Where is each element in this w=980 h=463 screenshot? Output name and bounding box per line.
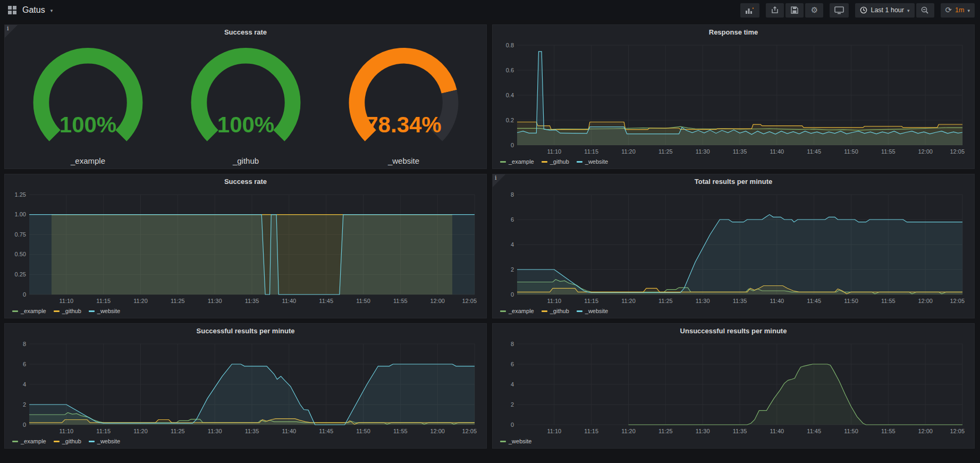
unsuccessful-results-chart[interactable]: 0246811:1011:1511:2011:2511:3011:3511:40… <box>496 339 970 436</box>
top-navbar: Gatus ▾ <box>0 0 980 20</box>
legend-label: _website <box>97 438 120 444</box>
svg-text:4: 4 <box>23 381 26 388</box>
panel-successful-results: Successful results per minute 0246811:10… <box>4 323 487 449</box>
chart-legend: _example_github_website <box>5 306 486 318</box>
svg-text:1.25: 1.25 <box>15 191 26 198</box>
legend-item-website[interactable]: _website <box>577 158 608 165</box>
svg-text:11:35: 11:35 <box>733 298 747 304</box>
success-rate-chart[interactable]: 00.250.500.751.001.2511:1011:1511:2011:2… <box>8 189 482 306</box>
panel-title[interactable]: Response time <box>493 25 974 39</box>
svg-text:12:00: 12:00 <box>918 298 933 304</box>
legend-item-website[interactable]: _website <box>89 438 120 444</box>
dashboard-title[interactable]: Gatus <box>22 5 45 15</box>
legend-item-github[interactable]: _github <box>542 308 569 314</box>
dashboard-dropdown-caret-icon[interactable]: ▾ <box>50 7 53 13</box>
legend-item-github[interactable]: _github <box>54 308 81 314</box>
legend-swatch <box>500 441 506 442</box>
panel-title[interactable]: Success rate <box>5 174 486 188</box>
svg-text:11:25: 11:25 <box>171 428 185 434</box>
svg-text:2: 2 <box>23 401 26 408</box>
dashboard-settings-button[interactable]: ⚙ <box>805 3 823 18</box>
panel-info-corner[interactable]: i <box>493 174 505 187</box>
svg-text:11:35: 11:35 <box>733 428 747 434</box>
gear-icon: ⚙ <box>811 6 818 14</box>
cycle-view-mode-button[interactable] <box>830 3 849 18</box>
svg-text:11:25: 11:25 <box>658 148 673 155</box>
legend-item-github[interactable]: _github <box>54 438 81 444</box>
legend-label: _github <box>550 158 569 165</box>
add-panel-button[interactable] <box>740 3 759 18</box>
gauge-value: 100% <box>9 112 167 138</box>
svg-text:6: 6 <box>511 216 514 223</box>
svg-text:11:20: 11:20 <box>621 428 636 434</box>
svg-text:8: 8 <box>23 341 26 347</box>
svg-text:0.75: 0.75 <box>15 231 26 238</box>
panel-title[interactable]: Total results per minute <box>493 174 974 188</box>
legend-swatch <box>12 441 18 442</box>
svg-text:4: 4 <box>511 381 514 388</box>
panel-title[interactable]: Success rate <box>5 25 486 39</box>
svg-text:11:40: 11:40 <box>770 298 784 304</box>
svg-text:11:40: 11:40 <box>282 428 296 434</box>
svg-text:11:45: 11:45 <box>807 148 821 155</box>
svg-text:11:15: 11:15 <box>584 148 598 155</box>
svg-text:0.50: 0.50 <box>15 251 26 257</box>
svg-text:11:30: 11:30 <box>696 148 710 155</box>
svg-text:0.2: 0.2 <box>506 117 514 123</box>
svg-text:11:25: 11:25 <box>658 428 673 434</box>
successful-results-chart[interactable]: 0246811:1011:1511:2011:2511:3011:3511:40… <box>8 339 482 436</box>
svg-text:12:05: 12:05 <box>462 298 477 304</box>
time-range-picker[interactable]: Last 1 hour ▾ <box>855 3 914 18</box>
svg-text:11:20: 11:20 <box>133 298 148 304</box>
svg-text:11:10: 11:10 <box>547 428 561 434</box>
svg-text:11:50: 11:50 <box>844 428 858 434</box>
svg-text:11:40: 11:40 <box>770 148 784 155</box>
svg-text:11:50: 11:50 <box>356 298 370 304</box>
legend-item-website[interactable]: _website <box>500 438 531 444</box>
legend-label: _example <box>509 158 534 165</box>
legend-swatch <box>577 161 582 163</box>
svg-text:2: 2 <box>511 401 514 408</box>
svg-text:0: 0 <box>23 291 26 298</box>
panel-total-results: i Total results per minute 0246811:1011:… <box>492 174 975 318</box>
legend-label: _example <box>21 308 46 314</box>
legend-item-website[interactable]: _website <box>89 308 120 314</box>
svg-text:11:20: 11:20 <box>621 148 636 155</box>
panel-info-corner[interactable]: i <box>5 25 18 38</box>
legend-item-example[interactable]: _example <box>12 438 46 444</box>
panel-title[interactable]: Successful results per minute <box>5 324 486 338</box>
total-results-chart[interactable]: 0246811:1011:1511:2011:2511:3011:3511:40… <box>496 189 970 306</box>
svg-text:11:30: 11:30 <box>696 428 710 434</box>
refresh-caret-icon: ▾ <box>967 7 970 13</box>
panel-success-rate-gauges: i Success rate 100% _example 100% _githu… <box>4 24 487 169</box>
svg-text:1.00: 1.00 <box>15 211 26 217</box>
legend-swatch <box>12 310 18 312</box>
svg-text:11:25: 11:25 <box>171 298 185 304</box>
legend-item-github[interactable]: _github <box>542 158 569 165</box>
svg-text:11:55: 11:55 <box>393 298 408 304</box>
refresh-button[interactable]: ⟳ 1m ▾ <box>941 3 975 18</box>
legend-item-example[interactable]: _example <box>500 308 534 314</box>
legend-item-example[interactable]: _example <box>12 308 46 314</box>
legend-item-website[interactable]: _website <box>577 308 608 314</box>
dashboard-grid: i Success rate 100% _example 100% _githu… <box>0 20 980 449</box>
legend-label: _example <box>21 438 46 444</box>
legend-swatch <box>54 310 60 312</box>
zoom-out-time-button[interactable] <box>916 3 934 18</box>
panel-title[interactable]: Unsuccessful results per minute <box>493 324 974 338</box>
legend-item-example[interactable]: _example <box>500 158 534 165</box>
svg-text:11:50: 11:50 <box>356 428 370 434</box>
svg-text:11:55: 11:55 <box>881 148 895 155</box>
response-time-chart[interactable]: 00.20.40.60.811:1011:1511:2011:2511:3011… <box>496 40 970 157</box>
save-dashboard-button[interactable] <box>785 3 804 18</box>
refresh-icon: ⟳ <box>945 6 952 14</box>
gauge-value: 100% <box>167 112 325 138</box>
dashboards-grid-icon[interactable] <box>7 5 17 15</box>
svg-text:11:10: 11:10 <box>59 298 73 304</box>
svg-text:0.25: 0.25 <box>15 271 26 277</box>
share-dashboard-button[interactable] <box>766 3 784 18</box>
legend-swatch <box>89 441 95 442</box>
svg-text:11:55: 11:55 <box>881 298 895 304</box>
svg-text:0.6: 0.6 <box>506 67 514 73</box>
svg-text:11:15: 11:15 <box>584 428 598 434</box>
